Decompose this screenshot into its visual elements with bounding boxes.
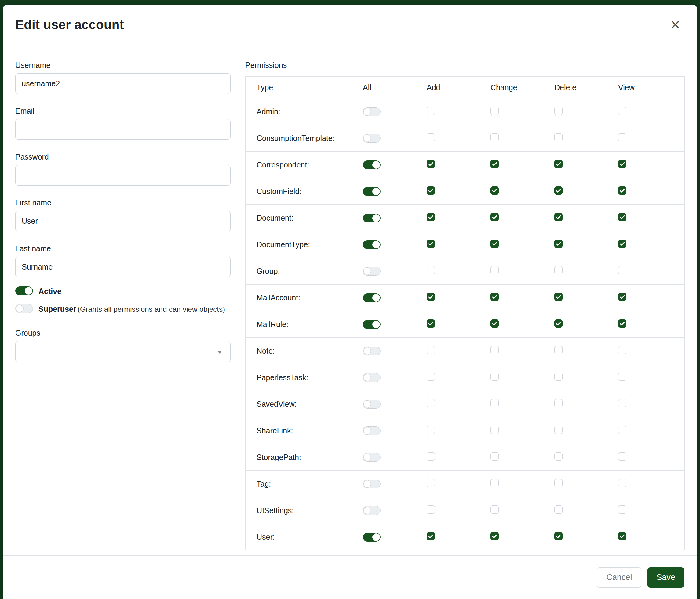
permission-all-toggle[interactable] bbox=[363, 214, 380, 222]
permission-delete-checkbox[interactable] bbox=[554, 240, 562, 248]
permission-add-checkbox[interactable] bbox=[427, 479, 435, 487]
permission-change-checkbox[interactable] bbox=[491, 133, 499, 142]
permission-change-checkbox[interactable] bbox=[491, 452, 499, 460]
permission-view-checkbox[interactable] bbox=[618, 479, 626, 487]
superuser-toggle[interactable] bbox=[15, 304, 33, 313]
permission-delete-checkbox[interactable] bbox=[554, 426, 562, 434]
permission-all-toggle[interactable] bbox=[363, 187, 380, 196]
permission-add-checkbox[interactable] bbox=[427, 452, 435, 460]
permission-all-toggle[interactable] bbox=[363, 346, 380, 355]
active-toggle[interactable] bbox=[15, 286, 33, 295]
permission-add-checkbox[interactable] bbox=[427, 505, 435, 514]
permission-change-checkbox[interactable] bbox=[491, 319, 499, 328]
password-field[interactable] bbox=[15, 165, 231, 186]
email-field[interactable] bbox=[15, 119, 231, 140]
permission-delete-checkbox[interactable] bbox=[554, 346, 562, 354]
permission-all-toggle[interactable] bbox=[363, 161, 380, 169]
permission-add-checkbox[interactable] bbox=[427, 532, 435, 540]
permission-change-checkbox[interactable] bbox=[491, 240, 499, 248]
permission-delete-checkbox[interactable] bbox=[554, 479, 562, 487]
permission-all-toggle[interactable] bbox=[363, 267, 380, 275]
permission-delete-checkbox[interactable] bbox=[554, 452, 562, 460]
permission-delete-checkbox[interactable] bbox=[554, 373, 562, 381]
permission-all-toggle[interactable] bbox=[363, 240, 380, 249]
permission-add-checkbox[interactable] bbox=[427, 240, 435, 248]
permission-view-checkbox[interactable] bbox=[618, 186, 626, 195]
permission-all-toggle[interactable] bbox=[363, 107, 380, 116]
cancel-button[interactable]: Cancel bbox=[597, 567, 641, 588]
permission-change-checkbox[interactable] bbox=[491, 532, 499, 540]
permission-delete-checkbox[interactable] bbox=[554, 293, 562, 301]
permission-view-checkbox[interactable] bbox=[618, 319, 626, 328]
permission-add-checkbox[interactable] bbox=[427, 213, 435, 221]
permission-delete-checkbox[interactable] bbox=[554, 186, 562, 195]
permission-delete-checkbox[interactable] bbox=[554, 107, 562, 115]
permission-change-checkbox[interactable] bbox=[491, 346, 499, 354]
first-name-field[interactable] bbox=[15, 211, 231, 231]
permission-change-checkbox[interactable] bbox=[491, 399, 499, 407]
permission-delete-checkbox[interactable] bbox=[554, 399, 562, 407]
permission-change-checkbox[interactable] bbox=[491, 479, 499, 487]
last-name-field[interactable] bbox=[15, 257, 231, 277]
permission-all-toggle[interactable] bbox=[363, 320, 380, 329]
permission-row: Tag: bbox=[246, 470, 684, 497]
permission-delete-checkbox[interactable] bbox=[554, 133, 562, 142]
permission-all-toggle[interactable] bbox=[363, 453, 380, 462]
permission-add-checkbox[interactable] bbox=[427, 160, 435, 168]
permission-add-checkbox[interactable] bbox=[427, 107, 435, 115]
username-input[interactable] bbox=[15, 73, 231, 94]
permission-add-checkbox[interactable] bbox=[427, 346, 435, 354]
permission-view-checkbox[interactable] bbox=[618, 505, 626, 514]
permission-view-checkbox[interactable] bbox=[618, 160, 626, 168]
save-button[interactable]: Save bbox=[648, 567, 684, 588]
permission-add-checkbox[interactable] bbox=[427, 266, 435, 274]
permission-add-checkbox[interactable] bbox=[427, 426, 435, 434]
permission-all-toggle[interactable] bbox=[363, 533, 380, 542]
permission-view-checkbox[interactable] bbox=[618, 240, 626, 248]
permission-view-checkbox[interactable] bbox=[618, 346, 626, 354]
permission-view-checkbox[interactable] bbox=[618, 532, 626, 540]
permission-all-toggle[interactable] bbox=[363, 480, 380, 488]
permission-add-checkbox[interactable] bbox=[427, 293, 435, 301]
close-icon[interactable]: ✕ bbox=[667, 17, 683, 33]
permission-change-checkbox[interactable] bbox=[491, 107, 499, 115]
permission-view-checkbox[interactable] bbox=[618, 293, 626, 301]
permission-view-checkbox[interactable] bbox=[618, 213, 626, 221]
groups-label: Groups bbox=[15, 329, 231, 337]
permission-delete-checkbox[interactable] bbox=[554, 160, 562, 168]
permission-view-checkbox[interactable] bbox=[618, 107, 626, 115]
permissions-table-body: Admin:ConsumptionTemplate:Correspondent:… bbox=[246, 98, 684, 550]
permission-view-checkbox[interactable] bbox=[618, 452, 626, 460]
permission-delete-checkbox[interactable] bbox=[554, 266, 562, 274]
permission-view-checkbox[interactable] bbox=[618, 133, 626, 142]
permission-change-checkbox[interactable] bbox=[491, 160, 499, 168]
permission-delete-checkbox[interactable] bbox=[554, 532, 562, 540]
permission-add-checkbox[interactable] bbox=[427, 133, 435, 142]
permission-all-toggle[interactable] bbox=[363, 134, 380, 143]
permission-change-checkbox[interactable] bbox=[491, 426, 499, 434]
permission-type-label: Group: bbox=[246, 267, 363, 275]
permission-all-toggle[interactable] bbox=[363, 293, 380, 302]
permission-view-checkbox[interactable] bbox=[618, 266, 626, 274]
permission-delete-checkbox[interactable] bbox=[554, 505, 562, 514]
permission-add-checkbox[interactable] bbox=[427, 186, 435, 195]
permission-change-checkbox[interactable] bbox=[491, 213, 499, 221]
permission-delete-checkbox[interactable] bbox=[554, 319, 562, 328]
permission-change-checkbox[interactable] bbox=[491, 266, 499, 274]
permission-all-toggle[interactable] bbox=[363, 426, 380, 435]
permission-change-checkbox[interactable] bbox=[491, 293, 499, 301]
permission-view-checkbox[interactable] bbox=[618, 399, 626, 407]
permission-all-toggle[interactable] bbox=[363, 506, 380, 515]
permission-add-checkbox[interactable] bbox=[427, 373, 435, 381]
permission-all-toggle[interactable] bbox=[363, 400, 380, 409]
permission-change-checkbox[interactable] bbox=[491, 505, 499, 514]
permission-change-checkbox[interactable] bbox=[491, 186, 499, 195]
permission-add-checkbox[interactable] bbox=[427, 319, 435, 328]
groups-select[interactable] bbox=[15, 341, 231, 362]
permission-view-checkbox[interactable] bbox=[618, 426, 626, 434]
permission-view-checkbox[interactable] bbox=[618, 373, 626, 381]
permission-delete-checkbox[interactable] bbox=[554, 213, 562, 221]
permission-change-checkbox[interactable] bbox=[491, 373, 499, 381]
permission-add-checkbox[interactable] bbox=[427, 399, 435, 407]
permission-all-toggle[interactable] bbox=[363, 373, 380, 382]
